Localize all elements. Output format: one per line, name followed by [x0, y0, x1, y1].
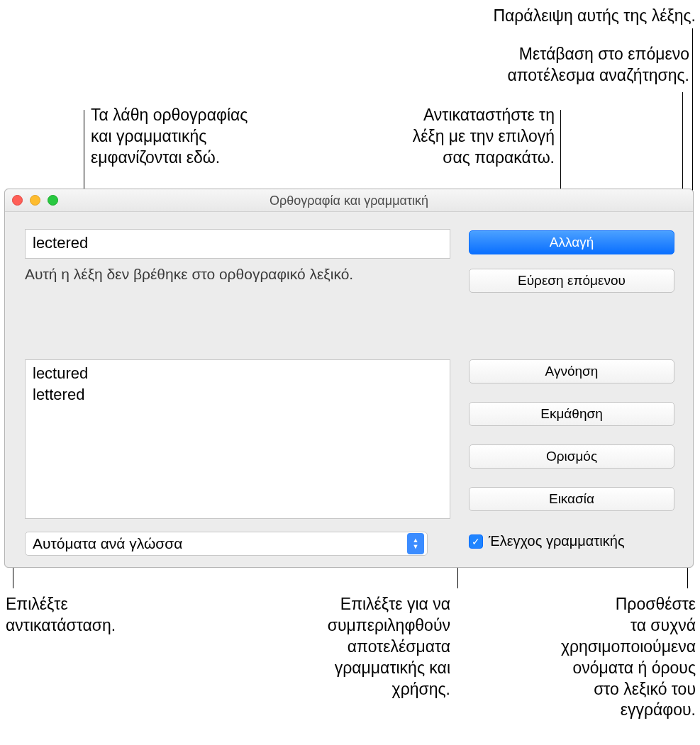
button-label: Αλλαγή — [550, 235, 594, 250]
callout-text: ονόματα ή όρους — [533, 658, 696, 679]
status-message: Αυτή η λέξη δεν βρέθηκε στο ορθογραφικό … — [25, 266, 353, 283]
callout-text: χρησιμοποιούμενα — [533, 637, 696, 658]
callout-text: Προσθέστε — [533, 594, 696, 615]
change-button[interactable]: Αλλαγή — [469, 230, 674, 254]
language-select-value: Αυτόματα ανά γλώσσα — [33, 535, 182, 552]
grammar-checkbox-row[interactable]: ✓ Έλεγχος γραμματικής — [469, 533, 625, 549]
callout-text: γραμματικής και — [309, 658, 450, 679]
suggestions-list[interactable]: lectured lettered — [25, 359, 450, 519]
button-label: Αγνόηση — [545, 364, 599, 379]
callout-errors: Τα λάθη ορθογραφίας και γραμματικής εμφα… — [91, 105, 248, 169]
callout-text: Επιλέξτε — [6, 594, 116, 615]
callout-text: αντικατάσταση. — [6, 615, 116, 637]
guess-button[interactable]: Εικασία — [469, 487, 674, 511]
checkbox-checked-icon[interactable]: ✓ — [469, 534, 483, 549]
list-item[interactable]: lettered — [26, 384, 450, 405]
find-next-button[interactable]: Εύρεση επόμενου — [469, 269, 674, 293]
checkbox-label: Έλεγχος γραμματικής — [489, 533, 625, 549]
list-item[interactable]: lectured — [26, 363, 450, 384]
callout-pick-replacement: Επιλέξτε αντικατάσταση. — [6, 594, 116, 637]
callout-next: Μετάβαση στο επόμενο αποτέλεσμα αναζήτησ… — [508, 44, 689, 86]
zoom-icon[interactable] — [48, 195, 58, 206]
window-titlebar: Ορθογραφία και γραμματική — [5, 189, 693, 212]
window-title: Ορθογραφία και γραμματική — [270, 194, 428, 208]
select-arrows-icon: ▲▼ — [407, 533, 424, 554]
callout-text: εγγράφου. — [533, 700, 696, 721]
misspelled-word-text: lectered — [33, 234, 88, 252]
callout-text: τα συχνά — [533, 615, 696, 637]
button-label: Εκμάθηση — [540, 406, 603, 421]
ignore-button[interactable]: Αγνόηση — [469, 359, 674, 383]
callout-text: σας παρακάτω. — [413, 147, 555, 169]
minimize-icon[interactable] — [30, 195, 40, 206]
callout-text: στο λεξικό του — [533, 679, 696, 700]
callout-text: Επιλέξτε για να — [309, 594, 450, 615]
callout-learn: Προσθέστε τα συχνά χρησιμοποιούμενα ονόμ… — [533, 594, 696, 721]
callout-text: χρήσης. — [309, 679, 450, 700]
callout-text: λέξη με την επιλογή — [413, 126, 555, 147]
callout-text: Μετάβαση στο επόμενο — [508, 44, 689, 65]
callout-text: Παράλειψη αυτής της λέξης. — [493, 6, 696, 25]
define-button[interactable]: Ορισμός — [469, 444, 674, 469]
language-select[interactable]: Αυτόματα ανά γλώσσα ▲▼ — [25, 532, 428, 556]
traffic-lights — [12, 195, 58, 206]
learn-button[interactable]: Εκμάθηση — [469, 402, 674, 426]
button-label: Ορισμός — [546, 449, 597, 464]
callout-replace: Αντικαταστήστε τη λέξη με την επιλογή σα… — [413, 105, 555, 169]
button-label: Εύρεση επόμενου — [518, 273, 626, 288]
callout-skip: Παράλειψη αυτής της λέξης. — [493, 6, 696, 27]
close-icon[interactable] — [12, 195, 23, 206]
callout-text: Τα λάθη ορθογραφίας — [91, 105, 248, 126]
callout-text: συμπεριληφθούν — [309, 615, 450, 637]
callout-text: αποτέλεσμα αναζήτησης. — [508, 65, 689, 86]
callout-text: αποτελέσματα — [309, 637, 450, 658]
callout-text: εμφανίζονται εδώ. — [91, 147, 248, 169]
misspelled-word-field[interactable]: lectered — [25, 229, 450, 259]
callout-text: και γραμματικής — [91, 126, 248, 147]
spelling-grammar-window: Ορθογραφία και γραμματική lectered Αυτή … — [4, 189, 694, 568]
button-label: Εικασία — [549, 491, 594, 506]
callout-grammar: Επιλέξτε για να συμπεριληφθούν αποτελέσμ… — [309, 594, 450, 700]
callout-text: Αντικαταστήστε τη — [413, 105, 555, 126]
